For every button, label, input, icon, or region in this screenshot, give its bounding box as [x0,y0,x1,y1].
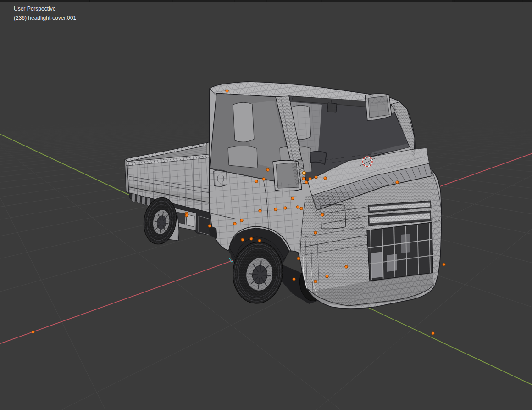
svg-text:User Perspective: User Perspective [14,6,56,12]
svg-text:(236) headlight-cover.001: (236) headlight-cover.001 [14,15,76,21]
